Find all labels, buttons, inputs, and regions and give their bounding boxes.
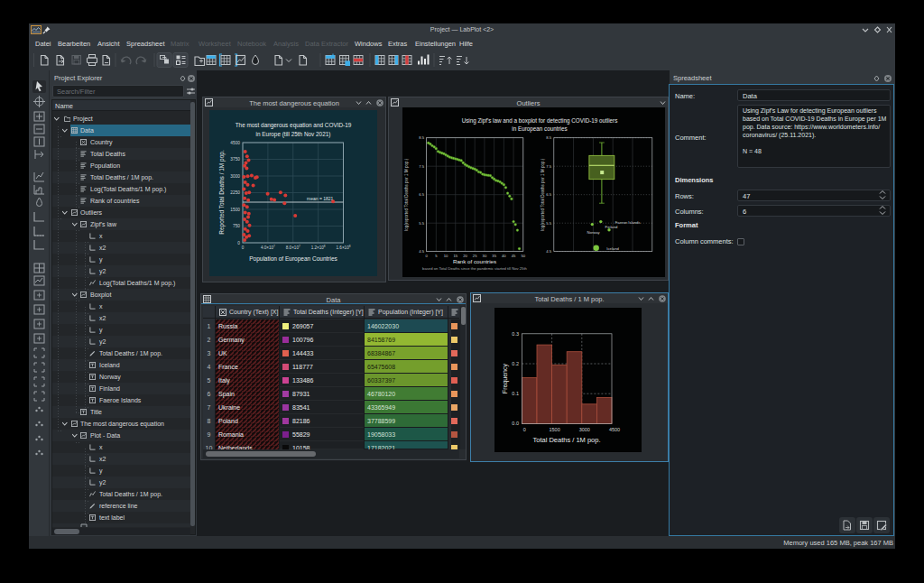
svg-text:Iceland: Iceland [606,246,619,251]
svg-text:based on Total Deaths since th: based on Total Deaths since the pandemic… [422,266,528,271]
svg-text:0: 0 [425,254,428,258]
svg-text:8.5: 8.5 [546,135,551,140]
svg-text:45: 45 [512,254,516,258]
svg-text:8.0×107: 8.0×107 [286,245,300,250]
svg-text:3000: 3000 [230,174,240,179]
svg-text:in Europe (till 25th Nov 2021): in Europe (till 25th Nov 2021) [256,131,331,138]
svg-text:Frequency: Frequency [502,364,509,394]
svg-text:4500: 4500 [609,427,620,432]
svg-text:Finland: Finland [605,225,618,229]
svg-text:1500: 1500 [549,427,559,432]
svg-text:1500: 1500 [230,208,240,212]
svg-text:4.0×107: 4.0×107 [261,245,275,250]
svg-text:2250: 2250 [230,190,240,195]
svg-text:0: 0 [523,427,526,432]
svg-text:0.2: 0.2 [512,361,519,366]
svg-text:5.5: 5.5 [546,221,551,226]
svg-text:mean = 1821: mean = 1821 [307,196,334,201]
svg-text:0: 0 [237,241,240,245]
svg-text:50: 50 [521,254,525,258]
svg-text:log(reported Total Deaths per: log(reported Total Deaths per 1 M pop.) [541,158,545,231]
svg-text:Reported Total Deaths / 1M pop: Reported Total Deaths / 1M pop. [218,150,226,235]
svg-text:Total Deaths / 1M pop.: Total Deaths / 1M pop. [532,436,600,444]
svg-text:The most dangerous equation an: The most dangerous equation and COVID-19 [236,122,352,129]
svg-text:7.5: 7.5 [546,164,551,169]
svg-text:8.5: 8.5 [419,135,424,140]
svg-text:750: 750 [233,224,240,228]
svg-text:0.1: 0.1 [512,391,519,396]
svg-text:10: 10 [444,254,448,258]
svg-text:3000: 3000 [579,427,590,432]
svg-text:1.6×108: 1.6×108 [337,245,351,250]
svg-text:5.5: 5.5 [419,221,424,226]
svg-text:0.0: 0.0 [512,421,519,426]
svg-text:4.5: 4.5 [546,249,551,254]
svg-text:6.5: 6.5 [546,192,551,197]
svg-text:5: 5 [435,254,438,258]
svg-text:0: 0 [242,245,245,250]
svg-text:7.5: 7.5 [419,164,424,169]
svg-text:6.5: 6.5 [419,192,424,197]
svg-text:4500: 4500 [230,141,240,145]
svg-text:Faeroe Islands: Faeroe Islands [615,220,641,225]
svg-text:in European countries: in European countries [512,125,567,133]
svg-text:1.2×108: 1.2×108 [311,245,326,250]
svg-text:Rank of countries: Rank of countries [453,258,496,264]
svg-text:4.5: 4.5 [419,249,424,254]
svg-text:3750: 3750 [230,157,240,162]
svg-text:0.3: 0.3 [512,331,519,337]
svg-text:40: 40 [502,254,506,258]
svg-text:Population of European Countri: Population of European Countries [249,255,337,263]
svg-text:log(reported Total Deaths per: log(reported Total Deaths per 1 M pop.) [404,158,409,231]
svg-text:Using Zipf's law and a boxplot: Using Zipf's law and a boxplot for detec… [462,117,618,125]
svg-text:Norway: Norway [587,230,600,235]
